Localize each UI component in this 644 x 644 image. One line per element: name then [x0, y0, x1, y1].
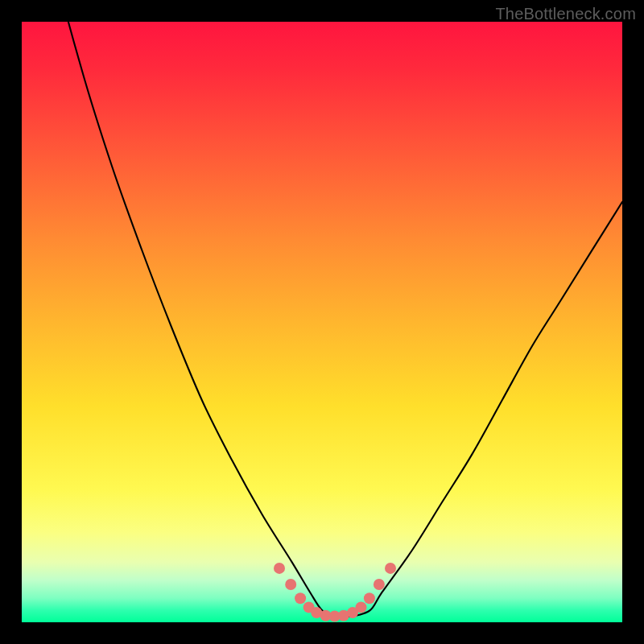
marker-dot [274, 563, 285, 574]
marker-dot [374, 579, 385, 590]
plot-area [22, 22, 622, 622]
marker-layer [22, 22, 622, 622]
marker-dot [364, 592, 375, 604]
marker-dot [285, 579, 296, 590]
watermark-text: TheBottleneck.com [495, 5, 636, 23]
marker-dot [295, 592, 306, 604]
marker-group [274, 563, 396, 622]
marker-dot [385, 563, 396, 574]
marker-dot [356, 601, 367, 613]
